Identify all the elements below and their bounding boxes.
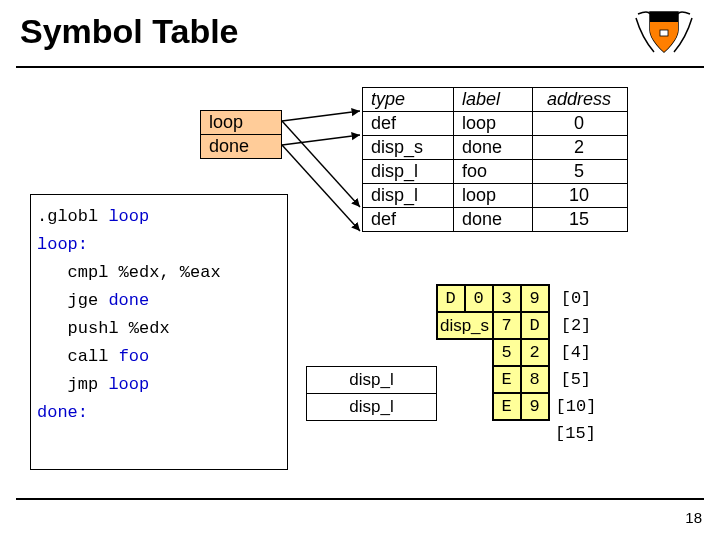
byte-cell: E bbox=[493, 393, 521, 420]
sym-cell: 15 bbox=[533, 208, 628, 232]
code-ref: loop bbox=[108, 207, 149, 226]
sym-header: label bbox=[454, 88, 533, 112]
sym-cell: disp_s bbox=[363, 136, 454, 160]
byte-cell: D bbox=[437, 285, 465, 312]
disp-cell: disp_l bbox=[307, 366, 437, 393]
pointer-arrows bbox=[280, 85, 364, 235]
sym-header: address bbox=[533, 88, 628, 112]
sym-cell: loop bbox=[454, 112, 533, 136]
svg-line-2 bbox=[282, 121, 360, 207]
code-text: .globl bbox=[37, 207, 108, 226]
code-text: jge bbox=[37, 291, 108, 310]
code-text: jmp bbox=[37, 375, 108, 394]
offset-note: [4] bbox=[549, 339, 603, 366]
offset-note: [0] bbox=[549, 285, 603, 312]
byte-cell: 9 bbox=[521, 285, 549, 312]
sym-cell: done bbox=[454, 136, 533, 160]
code-ref: done bbox=[108, 291, 149, 310]
svg-line-1 bbox=[282, 111, 360, 121]
byte-cell: 9 bbox=[521, 393, 549, 420]
sym-cell: 0 bbox=[533, 112, 628, 136]
code-label: done: bbox=[37, 399, 281, 427]
labels-box-row: done bbox=[201, 135, 281, 158]
sym-cell: done bbox=[454, 208, 533, 232]
sym-cell: loop bbox=[454, 184, 533, 208]
sym-cell: 10 bbox=[533, 184, 628, 208]
disp-cell: disp_l bbox=[307, 393, 437, 420]
byte-cell: 7 bbox=[493, 312, 521, 339]
sym-cell: def bbox=[363, 208, 454, 232]
sym-header: type bbox=[363, 88, 454, 112]
code-ref: loop bbox=[108, 375, 149, 394]
sym-cell: foo bbox=[454, 160, 533, 184]
labels-box-row: loop bbox=[201, 111, 281, 135]
disp-cell: disp_s bbox=[437, 312, 493, 339]
code-label: loop: bbox=[37, 231, 281, 259]
princeton-shield-icon bbox=[632, 8, 696, 65]
divider-bottom bbox=[16, 498, 704, 500]
offset-note: [2] bbox=[549, 312, 603, 339]
sym-cell: disp_l bbox=[363, 160, 454, 184]
sym-cell: def bbox=[363, 112, 454, 136]
offset-note: [10] bbox=[549, 393, 603, 420]
code-ref: foo bbox=[119, 347, 150, 366]
divider-top bbox=[16, 66, 704, 68]
code-text: pushl %edx bbox=[37, 315, 281, 343]
sym-cell: disp_l bbox=[363, 184, 454, 208]
code-text: cmpl %edx, %eax bbox=[37, 259, 281, 287]
slide-title: Symbol Table bbox=[20, 12, 239, 51]
byte-cell: 3 bbox=[493, 285, 521, 312]
offset-note: [15] bbox=[549, 420, 603, 447]
svg-line-4 bbox=[282, 145, 360, 231]
byte-cell: E bbox=[493, 366, 521, 393]
sym-cell: 5 bbox=[533, 160, 628, 184]
sym-cell: 2 bbox=[533, 136, 628, 160]
labels-box: loop done bbox=[200, 110, 282, 159]
symbol-table: type label address def loop 0 disp_s don… bbox=[362, 87, 628, 232]
page-number: 18 bbox=[685, 509, 702, 526]
assembly-code: .globl loop loop: cmpl %edx, %eax jge do… bbox=[30, 194, 288, 470]
byte-cell: 5 bbox=[493, 339, 521, 366]
encoding-table: D 0 3 9 [0] disp_s 7 D [2] 5 2 [4] disp_… bbox=[306, 284, 603, 447]
byte-cell: 8 bbox=[521, 366, 549, 393]
byte-cell: 0 bbox=[465, 285, 493, 312]
svg-line-3 bbox=[282, 135, 360, 145]
offset-note: [5] bbox=[549, 366, 603, 393]
byte-cell: 2 bbox=[521, 339, 549, 366]
code-text: call bbox=[37, 347, 119, 366]
byte-cell: D bbox=[521, 312, 549, 339]
svg-rect-0 bbox=[660, 30, 668, 36]
